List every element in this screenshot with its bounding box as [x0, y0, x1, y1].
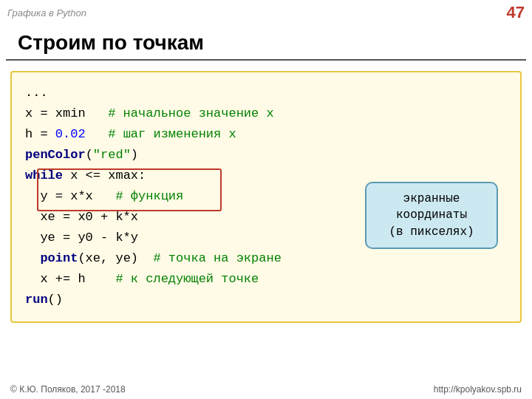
footer: © К.Ю. Поляков, 2017 -2018 http://kpolya…	[0, 384, 532, 395]
code-line-10: x += h # к следующей точке	[25, 269, 507, 290]
header-title: Графика в Python	[7, 7, 86, 18]
page-title: Строим по точкам	[6, 25, 526, 61]
tooltip: экранные координаты(в пикселях)	[365, 182, 498, 249]
code-line-11: run()	[25, 290, 507, 310]
code-line-2: x = xmin # начальное значение x	[25, 103, 507, 124]
tooltip-text: экранные координаты(в пикселях)	[389, 192, 474, 239]
code-line-4: penColor("red")	[25, 145, 507, 166]
slide-number: 47	[507, 3, 525, 22]
code-block: ... x = xmin # начальное значение x h = …	[10, 71, 522, 323]
copyright: © К.Ю. Поляков, 2017 -2018	[10, 384, 126, 395]
code-line-3: h = 0.02 # шаг изменения x	[25, 124, 507, 145]
code-line-9: point(xe, ye) # точка на экране	[25, 248, 507, 269]
website-url: http://kpolyakov.spb.ru	[434, 384, 522, 395]
code-line-1: ...	[25, 83, 507, 103]
